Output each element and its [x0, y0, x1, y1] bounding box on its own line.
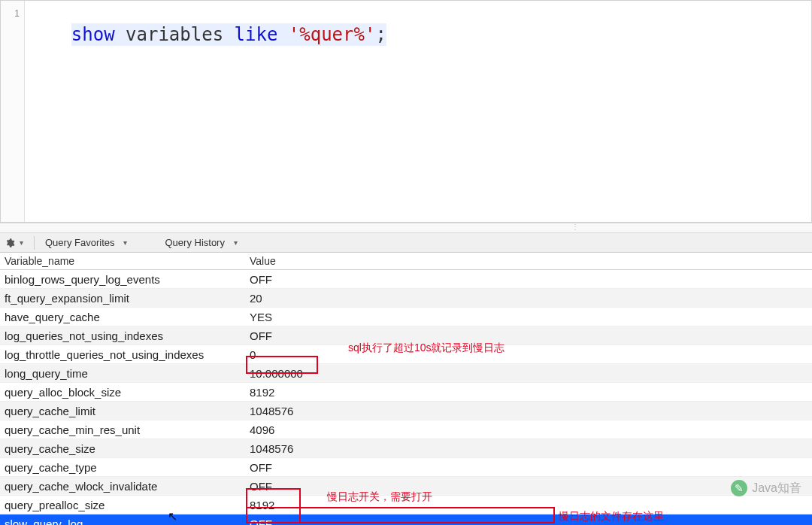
table-row[interactable]: query_cache_min_res_unit4096	[0, 420, 812, 439]
results-header: Variable_name Value	[0, 253, 812, 270]
chevron-down-icon[interactable]: ▾	[232, 238, 242, 247]
table-row[interactable]: query_cache_size1048576	[0, 439, 812, 458]
code-pane[interactable]: show variables like '%quer%';	[25, 1, 811, 222]
column-header-value[interactable]: Value	[245, 253, 812, 269]
chevron-down-icon[interactable]: ▾	[18, 238, 28, 247]
table-row[interactable]: long_query_time10.000000	[0, 364, 812, 383]
cell-variable-name: query_cache_limit	[0, 405, 245, 417]
cell-variable-name: log_throttle_queries_not_using_indexes	[0, 348, 245, 361]
sql-ident-variables: variables	[126, 24, 223, 45]
cell-variable-name: binlog_rows_query_log_events	[0, 273, 245, 286]
cell-value: 8192	[245, 386, 812, 399]
cell-value: 1048576	[245, 442, 812, 455]
chevron-down-icon[interactable]: ▾	[122, 238, 132, 247]
table-row[interactable]: have_query_cacheYES	[0, 308, 812, 326]
results-body: binlog_rows_query_log_eventsOFF ft_query…	[0, 270, 812, 525]
cell-variable-name: have_query_cache	[0, 311, 245, 323]
table-row-selected[interactable]: slow_query_logOFF	[0, 514, 812, 525]
sql-semicolon: ;	[375, 24, 386, 45]
cell-variable-name: query_cache_min_res_unit	[0, 423, 245, 436]
cell-variable-name: query_cache_wlock_invalidate	[0, 480, 245, 493]
line-number: 1	[1, 2, 24, 25]
query-history-button[interactable]: Query History	[160, 237, 229, 248]
line-gutter: 1	[1, 1, 25, 222]
table-row[interactable]: binlog_rows_query_log_eventsOFF	[0, 270, 812, 289]
sql-line-1[interactable]: show variables like '%quer%';	[71, 23, 386, 46]
sql-keyword-like: like	[235, 24, 278, 45]
cell-variable-name: long_query_time	[0, 367, 245, 380]
sql-keyword-show: show	[71, 24, 115, 45]
toolbar-separator	[34, 236, 35, 250]
gear-icon[interactable]	[5, 238, 15, 248]
table-row[interactable]: query_prealloc_size8192	[0, 496, 812, 514]
cell-value: 20	[245, 292, 812, 305]
cell-value: OFF	[245, 480, 812, 493]
cell-variable-name: slow_query_log	[0, 517, 245, 526]
column-header-variable-name[interactable]: Variable_name	[0, 253, 245, 269]
query-favorites-button[interactable]: Query Favorites	[41, 237, 119, 248]
cell-value: OFF	[245, 517, 812, 526]
cell-variable-name: log_queries_not_using_indexes	[0, 329, 245, 342]
sql-string: '%quer%'	[289, 24, 376, 45]
cell-value: 4096	[245, 423, 812, 436]
cell-variable-name: query_prealloc_size	[0, 499, 245, 511]
table-row[interactable]: query_cache_limit1048576	[0, 402, 812, 420]
cell-value: 10.000000	[245, 367, 812, 380]
cell-variable-name: query_cache_type	[0, 461, 245, 474]
cell-value: 8192	[245, 499, 812, 511]
cell-variable-name: query_alloc_block_size	[0, 386, 245, 399]
watermark-text: Java知音	[752, 481, 801, 496]
splitter-handle[interactable]: ⋮	[0, 223, 812, 233]
results-toolbar: ▾ Query Favorites ▾ Query History ▾	[0, 233, 812, 253]
table-row[interactable]: ft_query_expansion_limit20	[0, 289, 812, 308]
cell-value: OFF	[245, 329, 812, 342]
cell-value: 1048576	[245, 405, 812, 417]
cell-value: OFF	[245, 461, 812, 474]
cell-variable-name: query_cache_size	[0, 442, 245, 455]
table-row[interactable]: log_queries_not_using_indexesOFF	[0, 326, 812, 345]
table-row[interactable]: query_cache_wlock_invalidateOFF	[0, 477, 812, 496]
sql-editor[interactable]: 1 show variables like '%quer%';	[0, 0, 812, 223]
cell-value: 0	[245, 348, 812, 361]
watermark-icon: ✎	[731, 480, 747, 496]
table-row[interactable]: query_cache_typeOFF	[0, 458, 812, 477]
table-row[interactable]: log_throttle_queries_not_using_indexes0	[0, 345, 812, 364]
cell-variable-name: ft_query_expansion_limit	[0, 292, 245, 305]
table-row[interactable]: query_alloc_block_size8192	[0, 383, 812, 402]
cell-value: OFF	[245, 273, 812, 286]
cell-value: YES	[245, 311, 812, 323]
watermark: ✎ Java知音	[731, 480, 801, 496]
